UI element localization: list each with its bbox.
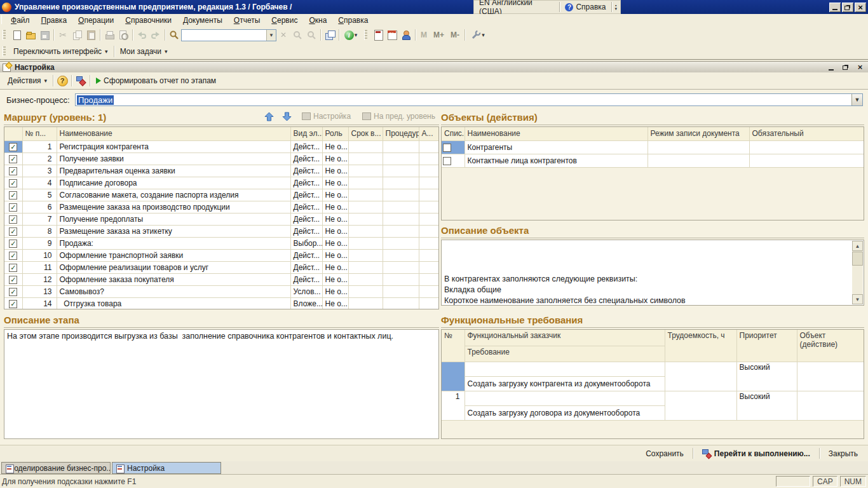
route-row[interactable]: 12 Оформление заказа покупателя Дейст...… [4,273,438,285]
cell-priority[interactable]: Высокий [736,362,797,391]
cell-a[interactable] [419,177,438,189]
cell-num[interactable]: 7 [22,213,57,225]
cell-required[interactable] [749,154,864,167]
cell-role[interactable]: Не о... [322,213,348,225]
cell-a[interactable] [419,261,438,273]
route-row[interactable]: 2 Получение заявки Дейст... Не о... [4,152,438,165]
menu-item[interactable]: Файл [5,15,36,26]
row-checkbox[interactable] [9,191,17,200]
cell-kind[interactable]: Дейст... [290,165,322,177]
cell-req-num[interactable] [442,362,465,391]
cell-kind[interactable]: Вложе... [290,297,322,309]
stage-description-textarea[interactable]: На этом этапе производится выгрузка из б… [4,329,439,439]
route-row[interactable]: 7 Получение предоплаты Дейст... Не о... [4,213,438,225]
search-dropdown-button[interactable]: ▼ [266,30,276,41]
actions-menu-button[interactable]: Действия ▾ [4,75,51,86]
business-process-combobox[interactable]: Продажи ▼ [75,93,863,106]
route-row[interactable]: 3 Предварительная оценка заявки Дейст...… [4,165,438,177]
cell-term[interactable] [348,177,383,189]
column-obj-name[interactable]: Наименование [465,127,648,140]
cell-name[interactable]: Оформление заказа покупателя [57,273,290,285]
cell-term[interactable] [348,189,383,201]
row-checkbox[interactable] [9,167,17,175]
menu-item[interactable]: Сервис [266,15,303,26]
cell-term[interactable] [348,273,383,285]
cell-checkbox[interactable] [4,225,22,237]
cell-num[interactable]: 11 [22,261,57,273]
cell-object[interactable] [797,391,864,420]
object-checkbox[interactable] [443,144,451,152]
route-row[interactable]: 14 Отгрузка товара Вложе... Не о... [4,297,438,309]
cell-role[interactable]: Не о... [322,225,348,237]
cell-effort[interactable] [665,362,736,391]
column-required[interactable]: Обязательный [749,127,864,140]
cell-role[interactable]: Не о... [322,285,348,297]
cell-num[interactable]: 13 [22,285,57,297]
cell-kind[interactable]: Дейст... [290,213,322,225]
cell-proc[interactable] [383,177,419,189]
cell-proc[interactable] [383,237,419,249]
service-settings-button[interactable]: ▾ [467,29,489,41]
close-form-button[interactable]: Закрыть [824,448,863,459]
cell-a[interactable] [419,225,438,237]
copy-button[interactable] [70,29,84,41]
cell-role[interactable]: Не о... [322,201,348,213]
column-priority[interactable]: Приоритет [736,330,797,362]
move-up-button[interactable] [262,110,276,123]
cell-a[interactable] [419,213,438,225]
cell-name[interactable]: Получение предоплаты [57,213,290,225]
cell-name[interactable]: Размещение заказа на этикетку [57,225,290,237]
cell-checkbox[interactable] [4,140,22,152]
cell-term[interactable] [348,237,383,249]
print-preview-button[interactable] [116,29,130,41]
window-tab[interactable]: Настройка [112,462,221,474]
cell-name[interactable]: Отгрузка товара [57,297,290,309]
scroll-thumb[interactable] [852,252,863,266]
copy-window-button[interactable] [323,29,337,41]
row-checkbox[interactable] [9,252,17,260]
scroll-down-button[interactable]: ▼ [852,294,863,304]
cell-checkbox[interactable] [4,249,22,261]
form-restore-button[interactable] [840,62,851,72]
cell-proc[interactable] [383,225,419,237]
cell-kind[interactable]: Выбор... [290,237,322,249]
cell-proc[interactable] [383,273,419,285]
paste-button[interactable] [84,29,98,41]
cell-mode[interactable] [648,154,749,167]
cell-proc[interactable] [383,140,419,152]
route-row[interactable]: 13 Самовывоз? Услов... Не о... [4,285,438,297]
cell-checkbox[interactable] [4,213,22,225]
cell-proc[interactable] [383,201,419,213]
cell-requirement[interactable]: Создать загрузку договора из документооб… [465,405,665,420]
process-map-button[interactable] [74,74,88,87]
switch-interface-button[interactable]: Переключить интерфейс ▾ [10,46,112,57]
search-combobox[interactable]: ▼ [181,29,276,41]
object-row[interactable]: Контрагенты [442,140,864,154]
menu-item[interactable]: Правка [36,15,73,26]
cell-a[interactable] [419,140,438,152]
cell-a[interactable] [419,165,438,177]
cell-num[interactable]: 12 [22,273,57,285]
cell-name[interactable]: Согласование макета, создание паспорта и… [57,189,290,201]
row-checkbox[interactable] [9,264,17,272]
cell-checkbox[interactable] [4,201,22,213]
cell-checkbox[interactable] [4,285,22,297]
route-row[interactable]: 11 Оформление реализации товаров и услуг… [4,261,438,273]
column-kind[interactable]: Вид эл... [290,127,322,140]
menu-item[interactable]: Справка [332,15,374,26]
menu-item[interactable]: Документы [177,15,228,26]
cell-name[interactable]: Получение заявки [57,152,290,165]
cell-kind[interactable]: Дейст... [290,177,322,189]
column-effort[interactable]: Трудоемкость, ч [665,330,736,362]
toolbar-grip[interactable] [3,30,6,40]
cell-name[interactable]: Оформление транспортной заявки [57,249,290,261]
cell-checkbox[interactable] [4,237,22,249]
cell-term[interactable] [348,225,383,237]
cell-checkbox[interactable] [4,177,22,189]
cell-checkbox[interactable] [4,189,22,201]
cell-proc[interactable] [383,152,419,165]
toolbar-grip2[interactable] [364,30,367,40]
cell-customer[interactable] [465,391,665,405]
cell-proc[interactable] [383,213,419,225]
business-process-dropdown-button[interactable]: ▼ [851,94,862,105]
